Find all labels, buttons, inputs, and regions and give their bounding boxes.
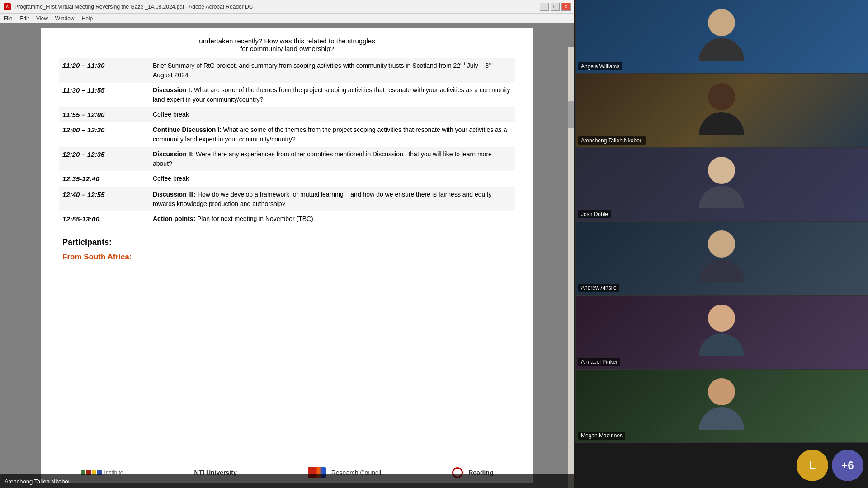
megan-name-tag: Megan MacInnes: [578, 432, 625, 440]
time-cell: 12:55-13:00: [59, 211, 149, 227]
window-controls[interactable]: — ❐ ✕: [540, 3, 571, 11]
table-row: 12:55-13:00 Action points: Plan for next…: [59, 211, 515, 227]
content-cell: Action points: Plan for next meeting in …: [149, 211, 515, 227]
time-cell: 11:20 – 11:30: [59, 58, 149, 83]
table-row: 12:35-12:40 Coffee break: [59, 171, 515, 187]
video-panel-megan: Megan MacInnes: [575, 369, 868, 443]
time-cell: 11:55 – 12:00: [59, 107, 149, 123]
table-row: 11:20 – 11:30 Brief Summary of RtG proje…: [59, 58, 515, 83]
discussion-label: Continue Discussion I:: [153, 126, 222, 133]
title-bar: A Programme_First Virtual Meeting Revers…: [0, 0, 574, 14]
content-cell: Discussion II: Were there any experience…: [149, 147, 515, 171]
content-cell: Coffee break: [149, 107, 515, 123]
angela-head: [708, 9, 735, 36]
pdf-page: undertaken recently? How was this relate…: [41, 28, 533, 483]
time-cell: 11:30 – 11:55: [59, 83, 149, 107]
participants-heading: Participants:: [62, 238, 512, 247]
discussion-label: Discussion III:: [153, 191, 196, 198]
menu-bar: File Edit View Window Help: [0, 14, 574, 23]
avatar-lali[interactable]: L: [797, 450, 828, 481]
andrew-body: [699, 259, 744, 282]
angela-body: [699, 38, 744, 61]
status-bar: Atenchong Talleh Nkobou: [0, 474, 574, 488]
annabel-head: [708, 305, 735, 332]
pdf-viewer: undertaken recently? How was this relate…: [0, 23, 574, 488]
discussion-label: Discussion I:: [153, 86, 192, 94]
megan-silhouette: [699, 378, 744, 430]
participants-section: Participants: From South Africa:: [59, 238, 515, 262]
josh-head: [708, 157, 735, 184]
avatar-more-participants[interactable]: +6: [832, 450, 863, 481]
video-panel-annabel: Annabel Pinker: [575, 295, 868, 369]
content-cell: Discussion I: What are some of the theme…: [149, 83, 515, 107]
annabel-body: [699, 333, 744, 356]
table-row: 11:55 – 12:00 Coffee break: [59, 107, 515, 123]
content-cell: Discussion III: How do we develop a fram…: [149, 187, 515, 211]
active-speaker-name: Atenchong Talleh Nkobou: [5, 478, 71, 485]
restore-button[interactable]: ❐: [551, 3, 560, 11]
app-icon: A: [4, 3, 11, 10]
table-row: 11:30 – 11:55 Discussion I: What are som…: [59, 83, 515, 107]
logo-squares-icon: [81, 470, 102, 475]
menu-help[interactable]: Help: [82, 15, 93, 22]
table-row: 12:20 – 12:35 Discussion II: Were there …: [59, 147, 515, 171]
josh-name-tag: Josh Doble: [578, 210, 611, 218]
angela-silhouette: [699, 9, 744, 61]
annabel-name-tag: Annabel Pinker: [578, 358, 620, 366]
menu-file[interactable]: File: [4, 15, 12, 22]
atenchong-silhouette: [699, 83, 744, 135]
table-row: 12:00 – 12:20 Continue Discussion I: Wha…: [59, 122, 515, 147]
josh-body: [699, 186, 744, 208]
video-panel-josh: Josh Doble: [575, 148, 868, 221]
table-row: 12:40 – 12:55 Discussion III: How do we …: [59, 187, 515, 211]
video-panel-andrew: Andrew Ainslie: [575, 221, 868, 295]
menu-edit[interactable]: Edit: [19, 15, 29, 22]
annabel-silhouette: [699, 305, 744, 356]
menu-window[interactable]: Window: [55, 15, 75, 22]
scrollbar[interactable]: [568, 47, 574, 488]
discussion-label: Discussion II:: [153, 150, 194, 158]
menu-view[interactable]: View: [36, 15, 48, 22]
content-cell: Continue Discussion I: What are some of …: [149, 122, 515, 147]
intro-text: undertaken recently? How was this relate…: [59, 37, 515, 52]
video-sidebar: Angela Williams Atenchong Talleh Nkobou …: [575, 0, 868, 488]
andrew-silhouette: [699, 230, 744, 282]
avatar-row: L +6: [575, 443, 868, 488]
minimize-button[interactable]: —: [540, 3, 549, 11]
angela-name-tag: Angela Williams: [578, 62, 622, 70]
time-cell: 12:35-12:40: [59, 171, 149, 187]
video-panel-atenchong: Atenchong Talleh Nkobou: [575, 74, 868, 147]
content-cell: Coffee break: [149, 171, 515, 187]
atenchong-body: [699, 112, 744, 135]
andrew-name-tag: Andrew Ainslie: [578, 284, 619, 292]
schedule-table: 11:20 – 11:30 Brief Summary of RtG proje…: [59, 58, 515, 227]
close-button[interactable]: ✕: [561, 3, 571, 11]
megan-body: [699, 407, 744, 430]
action-label: Action points:: [153, 215, 195, 222]
atenchong-head: [708, 83, 735, 110]
atenchong-name-tag: Atenchong Talleh Nkobou: [578, 136, 646, 145]
content-cell: Brief Summary of RtG project, and summar…: [149, 58, 515, 83]
time-cell: 12:00 – 12:20: [59, 122, 149, 147]
josh-silhouette: [699, 157, 744, 208]
megan-head: [708, 378, 735, 405]
video-panel-angela: Angela Williams: [575, 0, 868, 74]
from-south-africa-heading: From South Africa:: [62, 253, 512, 262]
window-title: Programme_First Virtual Meeting Reversin…: [14, 4, 540, 10]
time-cell: 12:20 – 12:35: [59, 147, 149, 171]
scrollbar-thumb[interactable]: [568, 101, 574, 128]
andrew-head: [708, 230, 735, 258]
time-cell: 12:40 – 12:55: [59, 187, 149, 211]
